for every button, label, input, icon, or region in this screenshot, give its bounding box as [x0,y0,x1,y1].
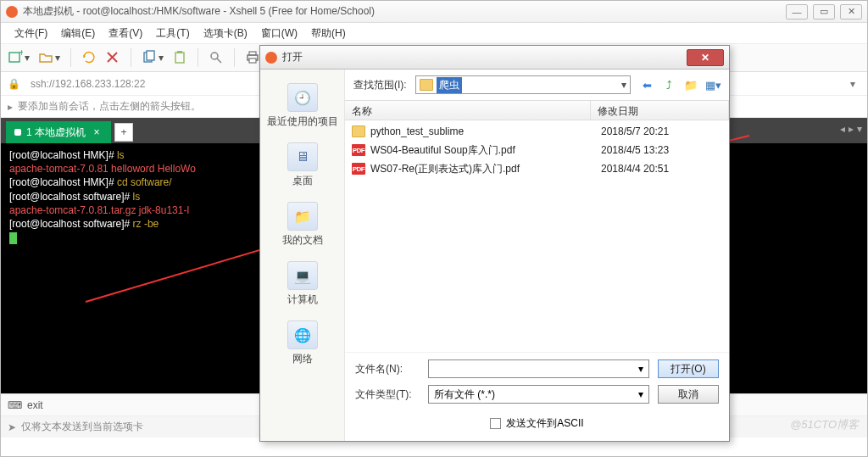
bookmark-icon[interactable]: ▸ [8,101,13,113]
file-name: WS07-Re(正则表达式)库入门.pdf [370,162,596,176]
new-session-icon: + [8,50,23,65]
svg-rect-5 [147,51,154,60]
sidebar-desktop[interactable]: 🖥 桌面 [284,139,321,192]
svg-rect-6 [175,53,184,63]
pdf-icon: PDF [352,163,365,175]
keyboard-icon: ⌨ [8,399,22,411]
tab-local-vm[interactable]: 1 本地虚拟机 × [6,121,111,143]
prompt: [root@localhost HMK]# [9,149,117,161]
new-session-button[interactable]: + ▾ [8,50,30,65]
sidebar-documents[interactable]: 📁 我的文档 [279,198,326,251]
tab-prev-button[interactable]: ◂ [840,123,845,135]
find-button[interactable] [209,50,224,65]
sidebar-recent[interactable]: 🕘 最近使用的项目 [264,80,342,132]
menu-tabs[interactable]: 选项卡(B) [198,25,253,42]
send-icon: ➤ [8,421,16,433]
tab-list-button[interactable]: ▾ [857,123,862,135]
dialog-close-button[interactable]: ✕ [687,49,724,66]
menu-window[interactable]: 窗口(W) [256,25,303,42]
chevron-down-icon: ▾ [638,363,643,375]
file-name: WS04-Beautiful Soup库入门.pdf [370,143,596,158]
sidebar-computer[interactable]: 💻 计算机 [284,258,321,310]
dialog-form: 文件名(N): ▾ 打开(O) 文件类型(T): 所有文件 (*.*) ▾ 取消 [345,352,729,441]
file-row[interactable]: python_test_sublime2018/5/7 20:21 [345,122,729,141]
svg-rect-12 [249,59,256,63]
open-button[interactable]: 打开(O) [658,359,719,378]
disconnect-button[interactable] [105,50,120,65]
open-session-button[interactable]: ▾ [38,50,60,65]
tab-nav: ◂ ▸ ▾ [840,123,862,135]
network-icon: 🌐 [287,320,318,349]
file-row[interactable]: PDFWS07-Re(正则表达式)库入门.pdf2018/4/4 20:51 [345,159,729,178]
cmd: ls [133,191,141,203]
prompt: [root@localhost software]# [9,191,133,203]
up-button[interactable]: ⤴ [661,77,676,92]
desktop-icon: 🖥 [287,142,318,171]
tab-close-button[interactable]: × [91,126,103,138]
svg-point-8 [211,53,218,59]
reconnect-button[interactable] [81,50,97,65]
svg-rect-11 [249,52,256,55]
documents-icon: 📁 [287,202,318,231]
menu-edit[interactable]: 编辑(E) [56,25,100,42]
menu-help[interactable]: 帮助(H) [306,25,351,42]
close-button[interactable]: ✕ [840,4,862,20]
file-row[interactable]: PDFWS04-Beautiful Soup库入门.pdf2018/4/5 13… [345,141,729,159]
chevron-down-icon: ▾ [638,388,643,400]
new-folder-button[interactable]: 📁 [683,77,698,92]
lookin-label: 查找范围(I): [353,78,407,92]
address-dropdown-button[interactable]: ▾ [845,78,860,90]
print-button[interactable] [245,50,260,65]
search-icon [209,50,224,65]
dialog-body: 🕘 最近使用的项目 🖥 桌面 📁 我的文档 💻 计算机 🌐 网络 [260,70,729,441]
add-tab-button[interactable]: + [114,123,133,142]
dialog-main: 查找范围(I): 爬虫 ▾ ⬅ ⤴ 📁 ▦▾ 名称 修改日期 [345,70,729,441]
lookin-value: 爬虫 [437,77,462,93]
hint-text: 要添加当前会话，点击左侧的箭头按钮。 [18,99,201,114]
sidebar-network[interactable]: 🌐 网络 [284,317,321,370]
lookin-toolbar: ⬅ ⤴ 📁 ▦▾ [639,77,721,92]
column-date[interactable]: 修改日期 [591,101,729,120]
back-button[interactable]: ⬅ [639,77,654,92]
prompt: [root@localhost software]# [9,218,133,230]
dialog-title: 打开 [282,50,687,64]
menu-view[interactable]: 查看(V) [103,25,147,42]
filetype-select[interactable]: 所有文件 (*.*) ▾ [428,385,649,404]
svg-line-9 [217,59,221,63]
reconnect-icon [81,50,97,65]
folder-open-icon [38,50,53,65]
menu-file[interactable]: 文件(F) [9,25,53,42]
sidebar-label: 计算机 [287,293,318,307]
titlebar: 本地虚拟机 - root@localhost:/HMK/software - X… [1,1,867,23]
prompt: [root@localhost HMK]# [9,176,117,188]
recent-icon: 🕘 [287,83,318,112]
minimize-button[interactable]: — [786,4,808,20]
pdf-icon: PDF [352,144,365,156]
view-menu-button[interactable]: ▦▾ [705,77,721,92]
maximize-button[interactable]: ▭ [813,4,835,20]
svg-rect-7 [177,51,182,53]
tab-label: 1 本地虚拟机 [26,125,86,140]
svg-text:+: + [19,50,23,59]
filename-input[interactable]: ▾ [428,359,649,378]
cancel-button[interactable]: 取消 [658,385,719,404]
watermark: @51CTO博客 [790,417,859,432]
ascii-checkbox[interactable] [490,418,501,429]
filename-label: 文件名(N): [355,362,420,376]
file-list[interactable]: python_test_sublime2018/5/7 20:21PDFWS04… [345,120,729,352]
file-date: 2018/5/7 20:21 [601,125,669,137]
paste-button[interactable] [172,50,187,65]
menu-tools[interactable]: 工具(T) [151,25,194,42]
lock-icon: 🔒 [8,78,20,90]
file-list-header: 名称 修改日期 [345,100,729,120]
column-name[interactable]: 名称 [345,101,591,120]
lookin-combobox[interactable]: 爬虫 ▾ [415,75,631,94]
paste-icon [172,50,187,65]
toolbar-separator [234,48,235,67]
copy-button[interactable]: ▾ [142,50,164,65]
lookin-row: 查找范围(I): 爬虫 ▾ ⬅ ⤴ 📁 ▦▾ [345,70,729,100]
tab-next-button[interactable]: ▸ [849,123,854,135]
file-name: python_test_sublime [370,125,596,137]
status-exit[interactable]: exit [27,399,43,411]
toolbar-separator [198,48,198,67]
